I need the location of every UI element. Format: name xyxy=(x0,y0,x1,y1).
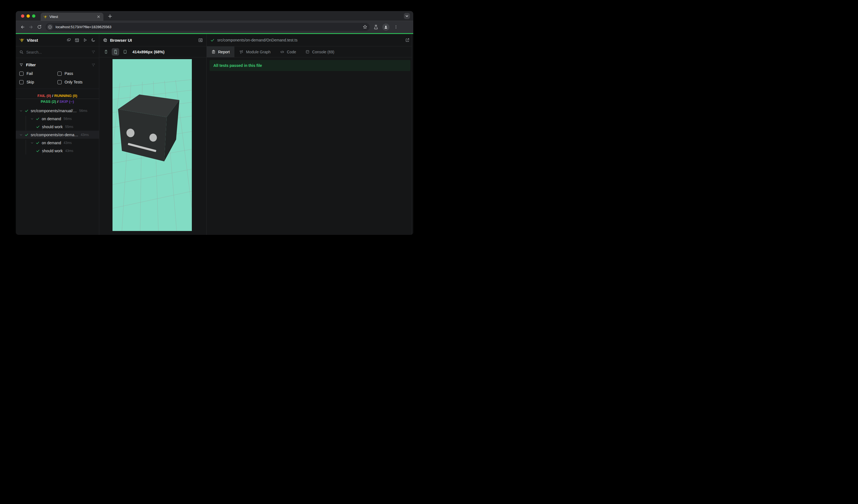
report-clipboard-icon xyxy=(211,50,216,54)
chevron-down-icon[interactable] xyxy=(19,133,23,136)
forward-button[interactable] xyxy=(27,23,35,31)
globe-icon xyxy=(103,38,108,43)
back-icon xyxy=(20,25,25,30)
skip-count: SKIP (--) xyxy=(60,99,74,103)
pass-check-icon xyxy=(25,133,29,137)
reload-icon xyxy=(37,25,42,29)
device-tablet-button[interactable] xyxy=(122,49,128,55)
test-file-path: src/components/on-demand/OnDemand.test.t… xyxy=(217,38,405,42)
dark-mode-toggle[interactable] xyxy=(91,38,95,42)
checkbox-label: Skip xyxy=(27,80,34,84)
tab-label: Console (69) xyxy=(312,50,334,54)
test-file-row[interactable]: src/components/manual/… 56ms xyxy=(16,107,99,115)
browser-panel-header: Browser UI xyxy=(99,34,206,46)
device-phone-small-button[interactable] xyxy=(102,49,109,55)
site-info-button[interactable] xyxy=(47,24,53,30)
close-window-button[interactable] xyxy=(21,14,24,18)
pass-count: PASS (2) xyxy=(41,99,56,103)
address-bar[interactable]: localhost:5173/#/?file=1828625563 xyxy=(46,23,369,31)
summary-line-1: FAIL (0) / RUNNING (0) xyxy=(16,93,99,99)
tab-console[interactable]: Console (69) xyxy=(301,46,339,57)
back-button[interactable] xyxy=(18,23,27,31)
filter-options: Fail Pass Skip Only Tests xyxy=(19,71,95,84)
bookmark-button[interactable] xyxy=(362,24,368,30)
report-tabs: Report Module Graph Code xyxy=(207,46,413,58)
scrollbar-gutter[interactable] xyxy=(412,34,413,235)
module-graph-icon xyxy=(239,50,243,54)
profile-button[interactable] xyxy=(382,23,390,31)
test-suite-row[interactable]: on demand 43ms xyxy=(16,139,99,147)
tab-title: Vitest xyxy=(49,15,96,19)
filter-checkbox-fail[interactable]: Fail xyxy=(19,71,58,76)
test-case-row[interactable]: should work 55ms xyxy=(16,123,99,131)
external-link-icon xyxy=(405,38,410,42)
url-text: localhost:5173/#/?file=1828625563 xyxy=(55,25,362,29)
tab-code[interactable]: Code xyxy=(275,46,301,57)
reload-button[interactable] xyxy=(35,23,43,31)
filter-checkbox-skip[interactable]: Skip xyxy=(19,80,58,84)
collapse-tests-button[interactable] xyxy=(67,38,71,42)
chevron-down-icon xyxy=(405,14,409,18)
test-file-row-selected[interactable]: src/components/on-dema… 43ms xyxy=(16,131,99,139)
preview-area xyxy=(99,58,206,235)
dashboard-button[interactable] xyxy=(75,38,79,43)
checkbox-icon[interactable] xyxy=(19,71,23,76)
clear-search-filter-icon[interactable] xyxy=(91,50,95,54)
test-duration: 56ms xyxy=(79,109,88,113)
zoom-window-button[interactable] xyxy=(32,14,35,18)
pass-check-icon xyxy=(36,149,40,153)
chevron-down-icon[interactable] xyxy=(30,117,34,120)
separator: / xyxy=(52,94,53,98)
test-iframe[interactable] xyxy=(112,59,192,231)
test-label: on demand xyxy=(42,141,61,145)
filter-section: Filter Fail Pass Skip Only Tests xyxy=(16,58,99,89)
minimize-window-button[interactable] xyxy=(27,14,30,18)
pass-check-icon xyxy=(36,117,39,121)
open-panel-button[interactable] xyxy=(198,38,203,43)
test-duration: 43ms xyxy=(81,133,89,137)
test-label: on demand xyxy=(42,117,61,121)
experiments-button[interactable] xyxy=(372,23,380,31)
tab-search-button[interactable] xyxy=(404,13,410,19)
chevron-down-icon[interactable] xyxy=(30,141,34,145)
test-label: src/components/on-dema… xyxy=(31,133,78,137)
tab-close-icon[interactable] xyxy=(96,15,101,19)
sidebar: Vitest xyxy=(16,34,99,235)
test-suite-row[interactable]: on demand 56ms xyxy=(16,115,99,123)
tab-report[interactable]: Report xyxy=(207,46,234,57)
checkbox-icon[interactable] xyxy=(58,80,62,84)
vitest-favicon-icon xyxy=(43,15,47,19)
new-tab-button[interactable] xyxy=(107,13,113,19)
test-duration: 55ms xyxy=(65,125,73,129)
funnel-icon xyxy=(19,63,23,67)
viewport-size-label: 414x896px (68%) xyxy=(132,50,164,54)
clear-filter-icon[interactable] xyxy=(91,63,95,67)
test-case-row[interactable]: should work 43ms xyxy=(16,147,99,155)
test-duration: 43ms xyxy=(64,141,72,145)
sidebar-actions xyxy=(67,38,95,43)
test-label: should work xyxy=(42,125,63,129)
search-input[interactable] xyxy=(26,50,91,54)
filter-checkbox-pass[interactable]: Pass xyxy=(58,71,96,76)
vitest-logo xyxy=(19,37,24,43)
checkbox-icon[interactable] xyxy=(19,80,23,84)
test-summary: FAIL (0) / RUNNING (0) PASS (2) / SKIP (… xyxy=(16,93,99,104)
flask-icon xyxy=(374,25,378,30)
report-panel-header: src/components/on-demand/OnDemand.test.t… xyxy=(207,34,413,46)
pass-check-icon xyxy=(36,141,39,145)
toolbar-actions xyxy=(372,23,399,31)
dashboard-icon xyxy=(75,38,79,43)
forward-icon xyxy=(29,25,33,30)
checkbox-icon[interactable] xyxy=(58,71,62,76)
browser-tab[interactable]: Vitest xyxy=(41,13,104,21)
open-in-editor-button[interactable] xyxy=(405,38,410,42)
chevron-down-icon[interactable] xyxy=(19,109,23,112)
test-label: src/components/manual/… xyxy=(31,109,77,113)
run-all-button[interactable] xyxy=(83,38,88,42)
browser-menu-button[interactable] xyxy=(392,23,399,31)
checkbox-label: Fail xyxy=(27,71,33,76)
browser-panel-title: Browser UI xyxy=(110,38,132,43)
device-phone-plus-button[interactable] xyxy=(112,48,119,55)
filter-checkbox-only-tests[interactable]: Only Tests xyxy=(58,80,96,84)
tab-module-graph[interactable]: Module Graph xyxy=(234,46,275,57)
